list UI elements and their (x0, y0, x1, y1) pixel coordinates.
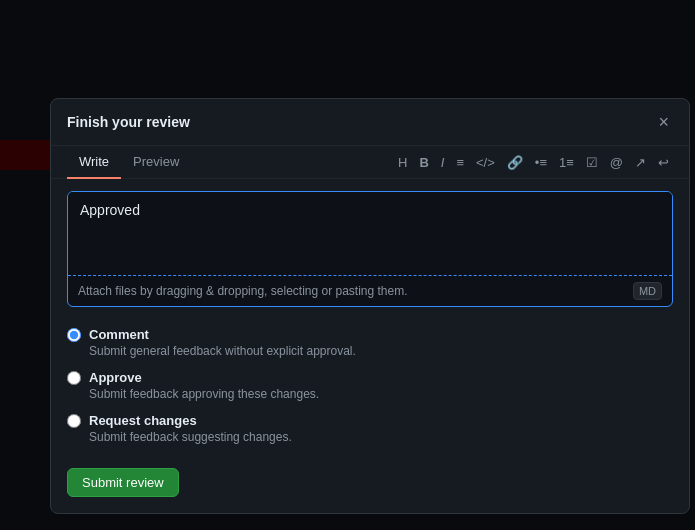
tab-preview[interactable]: Preview (121, 146, 191, 179)
modal-close-button[interactable]: × (654, 111, 673, 133)
undo-icon[interactable]: ↩ (654, 153, 673, 172)
request-changes-option-row: Request changes (67, 413, 673, 428)
approve-option: Approve Submit feedback approving these … (67, 370, 673, 401)
tab-write[interactable]: Write (67, 146, 121, 179)
editor-toolbar: H B I ≡ </> 🔗 •≡ 1≡ ☑ @ ↗ ↩ (394, 147, 673, 178)
unordered-list-icon[interactable]: •≡ (531, 153, 551, 172)
submit-review-button[interactable]: Submit review (67, 468, 179, 497)
approve-label: Approve (89, 370, 142, 385)
modal-header: Finish your review × (51, 99, 689, 146)
request-changes-radio[interactable] (67, 414, 81, 428)
link-icon[interactable]: 🔗 (503, 153, 527, 172)
comment-desc: Submit general feedback without explicit… (67, 344, 673, 358)
bold-icon[interactable]: B (415, 153, 432, 172)
finish-review-modal: Finish your review × Write Preview H B I… (50, 98, 690, 514)
italic-icon[interactable]: I (437, 153, 449, 172)
reference-icon[interactable]: ↗ (631, 153, 650, 172)
tab-bar: Write Preview H B I ≡ </> 🔗 •≡ 1≡ ☑ @ ↗ … (51, 146, 689, 179)
comment-label: Comment (89, 327, 149, 342)
approve-radio[interactable] (67, 371, 81, 385)
mention-icon[interactable]: @ (606, 153, 627, 172)
approve-desc: Submit feedback approving these changes. (67, 387, 673, 401)
markdown-icon: MD (633, 282, 662, 300)
heading-icon[interactable]: H (394, 153, 411, 172)
tasklist-icon[interactable]: ☑ (582, 153, 602, 172)
modal-title: Finish your review (67, 114, 190, 130)
editor-area: Approved Attach files by dragging & drop… (67, 191, 673, 307)
request-changes-option: Request changes Submit feedback suggesti… (67, 413, 673, 444)
modal-footer: Submit review (51, 460, 689, 513)
numbered-list-icon[interactable]: 1≡ (555, 153, 578, 172)
ordered-list-icon[interactable]: ≡ (452, 153, 468, 172)
review-comment-textarea[interactable]: Approved (68, 192, 672, 272)
code-icon[interactable]: </> (472, 153, 499, 172)
comment-radio[interactable] (67, 328, 81, 342)
approve-option-row: Approve (67, 370, 673, 385)
attach-files-hint: Attach files by dragging & dropping, sel… (78, 284, 408, 298)
editor-footer: Attach files by dragging & dropping, sel… (68, 275, 672, 306)
request-changes-label: Request changes (89, 413, 197, 428)
request-changes-desc: Submit feedback suggesting changes. (67, 430, 673, 444)
comment-option-row: Comment (67, 327, 673, 342)
review-options: Comment Submit general feedback without … (51, 319, 689, 460)
comment-option: Comment Submit general feedback without … (67, 327, 673, 358)
